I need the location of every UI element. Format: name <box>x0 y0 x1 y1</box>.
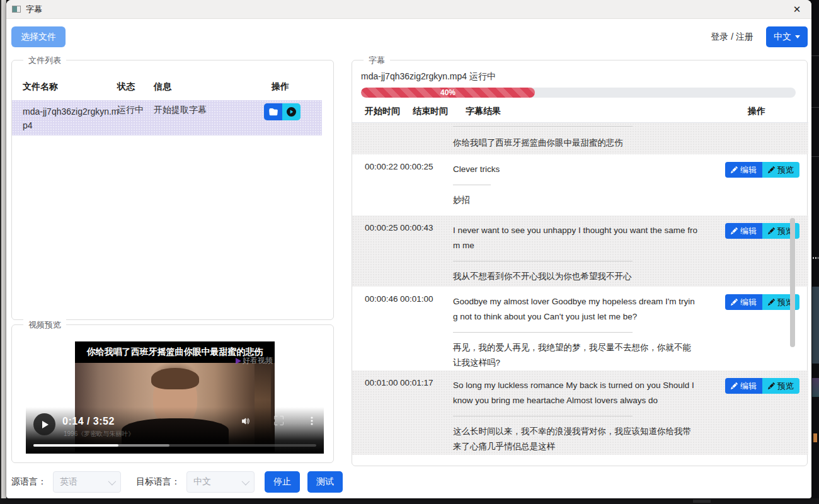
pencil-icon <box>768 227 775 234</box>
language-dropdown-button[interactable]: 中文 <box>766 26 808 47</box>
file-list-legend: 文件列表 <box>23 55 66 66</box>
subtitle-english: I never want to see you unhappy I though… <box>453 223 699 253</box>
subtitle-english: Clever tricks <box>453 162 699 177</box>
pencil-icon <box>731 382 738 389</box>
column-status: 状态 <box>117 81 135 93</box>
subtitle-chinese: 这么长时间以来，我不幸的浪漫我背对你，我应该知道你给我带来了心痛几乎情侣总是这样 <box>453 424 699 454</box>
pencil-icon <box>731 299 738 306</box>
video-time: 0:14 / 3:52 <box>62 416 115 427</box>
subtitle-table-body: 你给我唱了西班牙摇篮曲你眼中最甜蜜的悲伤 00:00:22 00:00:25 C… <box>352 123 808 455</box>
file-status: 运行中 <box>117 105 144 116</box>
subtitle-start-time: 00:01:00 <box>352 370 400 455</box>
preview-button[interactable]: 预览 <box>762 162 799 178</box>
app-icon <box>12 6 21 13</box>
subtitle-english: Goodbye my almost lover Goodbye my hopel… <box>453 294 699 324</box>
play-file-button[interactable] <box>282 103 301 120</box>
subtitle-chinese: 我从不想看到你不开心我以为你也希望我不开心 <box>453 269 699 284</box>
subtitle-row: 00:00:25 00:00:43 I never want to see yo… <box>352 215 808 287</box>
file-info: 开始提取字幕 <box>154 105 207 116</box>
pencil-icon <box>768 299 775 306</box>
source-language-select[interactable]: 英语 <box>53 471 121 493</box>
chevron-down-icon <box>242 477 250 485</box>
column-end-time: 结束时间 <box>413 106 448 117</box>
target-language-select[interactable]: 中文 <box>186 471 255 493</box>
title-bar: 字幕 ✕ <box>6 0 811 19</box>
footer-bar: 源语言： 英语 目标语言： 中文 停止 测试 <box>11 471 343 493</box>
video-player[interactable]: 你给我唱了西班牙摇篮曲你眼中最甜蜜的悲伤 好看视频 0:14 / 3:52 19… <box>26 341 324 454</box>
column-file-name: 文件名称 <box>23 81 58 93</box>
play-icon <box>42 421 49 428</box>
subtitle-row: 00:00:22 00:00:25 Clever tricks 妙招 编辑 预览 <box>352 154 808 215</box>
target-language-label: 目标语言： <box>136 476 180 488</box>
watermark-text: 好看视频 <box>243 355 273 366</box>
subtitle-divider <box>453 261 633 261</box>
fullscreen-button[interactable] <box>274 416 284 428</box>
watermark-logo-icon <box>236 358 241 364</box>
edit-button[interactable]: 编辑 <box>725 223 762 239</box>
subtitle-end-time: 00:00:43 <box>400 215 453 287</box>
edit-button[interactable]: 编辑 <box>725 294 762 310</box>
subtitles-file-status: mda-jj7qh36zig2rgkyn.mp4 运行中 <box>361 71 496 83</box>
column-actions: 操作 <box>715 106 798 117</box>
subtitles-legend: 字幕 <box>364 55 390 66</box>
column-start-time: 开始时间 <box>365 106 400 117</box>
play-button[interactable] <box>33 413 55 435</box>
column-subtitle-result: 字幕结果 <box>466 106 501 117</box>
edit-button[interactable]: 编辑 <box>725 378 762 394</box>
file-name: mda-jj7qh36zig2rgkyn.mp4 <box>23 105 120 132</box>
extraction-progress-label: 40% <box>440 88 455 97</box>
window-title: 字幕 <box>26 4 42 15</box>
close-icon[interactable]: ✕ <box>790 3 804 16</box>
open-folder-button[interactable] <box>264 103 282 120</box>
video-played <box>33 444 118 447</box>
language-dropdown-label: 中文 <box>774 32 791 43</box>
background-window-edge <box>0 0 6 504</box>
subtitle-divider <box>453 332 633 333</box>
subtitle-chinese: 妙招 <box>453 193 699 208</box>
fullscreen-icon <box>274 416 284 425</box>
select-file-button[interactable]: 选择文件 <box>11 26 66 47</box>
video-preview-legend: 视频预览 <box>23 319 66 330</box>
subtitle-start-time: 00:00:22 <box>352 154 400 215</box>
chevron-down-icon <box>108 477 117 485</box>
caret-down-icon <box>795 35 800 38</box>
pencil-icon <box>768 382 775 389</box>
background-bottom-strip <box>0 498 819 504</box>
source-language-label: 源语言： <box>11 476 47 488</box>
pencil-icon <box>731 227 738 234</box>
subtitle-row: 00:01:00 00:01:17 So long my luckless ro… <box>352 370 808 455</box>
extraction-progress-fill: 40% <box>361 88 535 98</box>
video-caption: 1996《罗密欧与朱丽叶》 <box>64 430 134 438</box>
volume-icon <box>241 416 252 427</box>
more-options-button[interactable] <box>307 416 317 428</box>
pencil-icon <box>731 166 738 173</box>
watermark: 好看视频 <box>236 355 273 366</box>
test-button[interactable]: 测试 <box>307 471 343 493</box>
scrollbar-thumb[interactable] <box>790 218 795 347</box>
edit-button[interactable]: 编辑 <box>725 162 762 178</box>
subtitle-divider <box>453 185 491 185</box>
kebab-icon <box>307 416 317 426</box>
volume-button[interactable] <box>241 416 252 429</box>
column-info: 信息 <box>154 81 171 93</box>
background-desktop-strip <box>811 0 819 504</box>
subtitles-panel: 字幕 mda-jj7qh36zig2rgkyn.mp4 运行中 40% 开始时间… <box>352 60 808 466</box>
file-list-header: 文件名称 状态 信息 操作 <box>12 79 333 96</box>
video-progress-bar[interactable] <box>33 444 316 447</box>
subtitle-end-time: 00:01:17 <box>400 370 453 455</box>
stop-button[interactable]: 停止 <box>265 471 300 493</box>
subtitle-divider <box>453 126 633 127</box>
login-register-link[interactable]: 登录 / 注册 <box>711 32 753 43</box>
subtitle-end-time: 00:01:00 <box>400 287 453 370</box>
subtitle-row: 你给我唱了西班牙摇篮曲你眼中最甜蜜的悲伤 <box>352 123 808 154</box>
subtitle-chinese: 再见，我的爱人再见，我绝望的梦，我尽量不去想你，你就不能让我这样吗? <box>453 340 699 370</box>
file-actions <box>264 103 301 120</box>
subtitle-chinese: 你给我唱了西班牙摇篮曲你眼中最甜蜜的悲伤 <box>453 135 699 151</box>
extraction-progress-bar: 40% <box>361 88 796 98</box>
subtitle-start-time: 00:00:25 <box>352 215 400 287</box>
pencil-icon <box>768 166 775 173</box>
preview-button[interactable]: 预览 <box>762 378 799 394</box>
file-row[interactable]: mda-jj7qh36zig2rgkyn.mp4 运行中 开始提取字幕 <box>12 100 322 135</box>
app-window: 字幕 ✕ 选择文件 登录 / 注册 中文 文件列表 文件名称 状态 信息 操作 … <box>6 0 811 498</box>
play-circle-icon <box>287 107 296 117</box>
